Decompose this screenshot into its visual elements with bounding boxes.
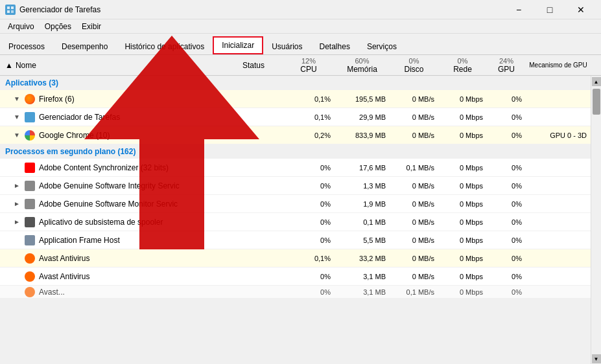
minimize-button[interactable]: − xyxy=(504,0,534,19)
svg-rect-3 xyxy=(11,10,14,13)
cell-cpu-spooler: 0% xyxy=(283,218,335,226)
expand-firefox[interactable]: ▼ xyxy=(13,95,21,103)
expand-adobe-monitor[interactable]: ► xyxy=(13,200,21,208)
column-headers: ▲ Nome Status 12% CPU 60% Memória 0% Dis… xyxy=(0,55,601,76)
cell-disk-avast1: 0 MB/s xyxy=(390,255,438,262)
process-name-firefox: Firefox (6) xyxy=(39,95,75,104)
process-name-adobe-integrity: Adobe Genuine Software Integrity Servic xyxy=(39,181,180,190)
cell-disk-firefox: 0 MB/s xyxy=(390,95,438,103)
col-disk-header[interactable]: 0% Disco xyxy=(390,57,438,74)
menu-arquivo[interactable]: Arquivo xyxy=(3,21,40,32)
tab-processos[interactable]: Processos xyxy=(0,38,53,54)
row-name-adobe-sync: ▶ Adobe Content Synchronizer (32 bits) xyxy=(0,163,224,173)
row-name-adobe-monitor: ► Adobe Genuine Software Monitor Servic xyxy=(0,199,224,209)
process-name-taskman: Gerenciador de Tarefas xyxy=(39,113,120,122)
cell-mem-firefox: 195,5 MB xyxy=(335,95,390,103)
cell-mem-avast1: 33,2 MB xyxy=(335,255,390,262)
col-net-header[interactable]: 0% Rede xyxy=(438,57,487,74)
cell-gpu-taskman: 0% xyxy=(487,113,526,121)
cell-gpueng-chrome: GPU 0 - 3D xyxy=(526,131,591,139)
col-gpu-header[interactable]: 24% GPU xyxy=(487,57,526,74)
cell-mem-adobe-monitor: 1,9 MB xyxy=(335,200,390,208)
table-row[interactable]: ▶ Avast Antivirus 0,1% 33,2 MB 0 MB/s 0 … xyxy=(0,249,591,267)
adobe3-icon xyxy=(25,199,35,209)
process-name-adobe-sync: Adobe Content Synchronizer (32 bits) xyxy=(39,163,169,172)
cell-cpu-avast1: 0,1% xyxy=(283,255,335,262)
maximize-button[interactable]: □ xyxy=(535,0,565,19)
expand-chrome[interactable]: ▼ xyxy=(13,131,21,139)
svg-rect-1 xyxy=(11,6,14,9)
avast2-icon xyxy=(25,271,35,282)
close-button[interactable]: ✕ xyxy=(566,0,596,19)
cell-net-adobe-integrity: 0 Mbps xyxy=(438,182,487,190)
row-name-spooler: ► Aplicativo de subsistema de spooler xyxy=(0,217,224,227)
cell-net-appframe: 0 Mbps xyxy=(438,236,487,244)
cell-net-avast3: 0 Mbps xyxy=(438,288,487,296)
row-name-avast1: ▶ Avast Antivirus xyxy=(0,253,224,264)
tab-detalhes[interactable]: Detalhes xyxy=(311,38,359,54)
table-row[interactable]: ▼ Gerenciador de Tarefas 0,1% 29,9 MB 0 … xyxy=(0,108,591,126)
table-row[interactable]: ► Aplicativo de subsistema de spooler 0%… xyxy=(0,213,591,231)
process-name-spooler: Aplicativo de subsistema de spooler xyxy=(39,218,163,227)
table-row[interactable]: ▼ Firefox (6) 0,1% 195,5 MB 0 MB/s 0 Mbp… xyxy=(0,90,591,108)
scrollbar[interactable]: ▲ ▼ xyxy=(591,76,601,364)
menu-bar: Arquivo Opções Exibir xyxy=(0,19,601,34)
col-gpueng-header[interactable]: Mecanismo de GPU xyxy=(526,62,591,69)
cell-mem-adobe-integrity: 1,3 MB xyxy=(335,182,390,190)
svg-rect-2 xyxy=(7,10,10,13)
col-name-header[interactable]: ▲ Nome xyxy=(0,61,224,70)
table-body[interactable]: Aplicativos (3) ▼ Firefox (6) 0,1% 195,5… xyxy=(0,76,591,364)
process-name-avast1: Avast Antivirus xyxy=(39,254,89,263)
cell-cpu-avast3: 0% xyxy=(283,288,335,296)
menu-exibir[interactable]: Exibir xyxy=(77,21,106,32)
table-row[interactable]: ▼ Google Chrome (10) 0,2% 833,9 MB 0 MB/… xyxy=(0,126,591,144)
cell-mem-avast3: 3,1 MB xyxy=(335,288,390,296)
table-row[interactable]: ▶ Avast Antivirus 0% 3,1 MB 0 MB/s 0 Mbp… xyxy=(0,267,591,286)
process-name-avast2: Avast Antivirus xyxy=(39,272,89,281)
cell-cpu-taskman: 0,1% xyxy=(283,113,335,121)
cell-cpu-adobe-sync: 0% xyxy=(283,164,335,172)
tab-inicializar[interactable]: Inicializar xyxy=(213,36,263,54)
cell-gpu-avast2: 0% xyxy=(487,273,526,280)
row-name-appframe: ▶ Application Frame Host xyxy=(0,235,224,245)
table-row[interactable]: ► Adobe Genuine Software Monitor Servic … xyxy=(0,195,591,213)
cell-mem-adobe-sync: 17,6 MB xyxy=(335,164,390,172)
firefox-icon xyxy=(25,94,35,104)
spooler-icon xyxy=(25,217,35,227)
menu-opcoes[interactable]: Opções xyxy=(40,21,77,32)
table-row[interactable]: ▶ Adobe Content Synchronizer (32 bits) 0… xyxy=(0,159,591,177)
expand-spooler[interactable]: ► xyxy=(13,218,21,226)
cell-disk-avast3: 0,1 MB/s xyxy=(390,288,438,296)
tab-desempenho[interactable]: Desempenho xyxy=(53,38,116,54)
expand-taskman[interactable]: ▼ xyxy=(13,113,21,121)
window-controls[interactable]: − □ ✕ xyxy=(504,0,596,19)
section-aplicativos: Aplicativos (3) xyxy=(0,76,591,90)
cell-disk-adobe-monitor: 0 MB/s xyxy=(390,200,438,208)
expand-adobe-integrity[interactable]: ► xyxy=(13,182,21,190)
process-name-adobe-monitor: Adobe Genuine Software Monitor Servic xyxy=(39,199,178,209)
cell-gpu-adobe-sync: 0% xyxy=(487,164,526,172)
tab-usuarios[interactable]: Usuários xyxy=(263,38,311,54)
row-name-chrome: ▼ Google Chrome (10) xyxy=(0,130,224,141)
table-row[interactable]: ► Adobe Genuine Software Integrity Servi… xyxy=(0,177,591,195)
row-name-avast3: ▶ Avast... xyxy=(0,287,224,297)
col-status-header[interactable]: Status xyxy=(224,61,283,70)
cell-gpu-adobe-monitor: 0% xyxy=(487,200,526,208)
adobe-icon xyxy=(25,163,35,173)
col-cpu-header[interactable]: 12% CPU xyxy=(283,57,335,74)
cell-disk-spooler: 0 MB/s xyxy=(390,218,438,226)
row-name-firefox: ▼ Firefox (6) xyxy=(0,94,224,104)
col-mem-header[interactable]: 60% Memória xyxy=(335,57,390,74)
cell-disk-adobe-sync: 0,1 MB/s xyxy=(390,164,438,172)
table-row[interactable]: ▶ Application Frame Host 0% 5,5 MB 0 MB/… xyxy=(0,231,591,249)
cell-disk-avast2: 0 MB/s xyxy=(390,273,438,280)
main-content: Aplicativos (3) ▼ Firefox (6) 0,1% 195,5… xyxy=(0,76,601,364)
appframe-icon xyxy=(25,235,35,245)
cell-net-chrome: 0 Mbps xyxy=(438,131,487,139)
title-bar: Gerenciador de Tarefas − □ ✕ xyxy=(0,0,601,19)
taskman-icon xyxy=(25,112,35,122)
table-row[interactable]: ▶ Avast... 0% 3,1 MB 0,1 MB/s 0 Mbps 0% xyxy=(0,286,591,299)
tab-historico[interactable]: Histórico de aplicativos xyxy=(116,38,213,54)
cell-disk-taskman: 0 MB/s xyxy=(390,113,438,121)
tab-servicos[interactable]: Serviços xyxy=(359,38,405,54)
